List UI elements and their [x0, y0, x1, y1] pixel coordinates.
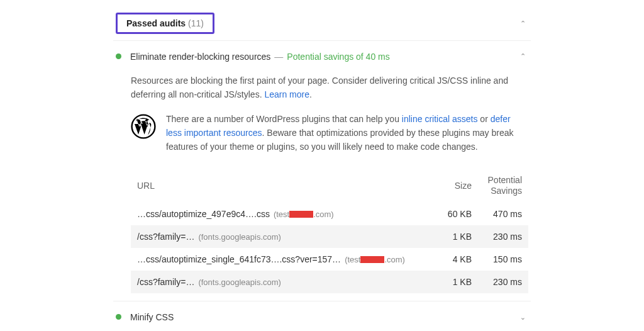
cell-savings: 230 ms: [472, 277, 522, 287]
separator: —: [274, 52, 283, 62]
url-path: …css/autoptimize_single_641fc73….css?ver…: [137, 254, 341, 264]
url-domain: (test.com): [345, 255, 405, 264]
table-header: URL Size Potential Savings: [131, 169, 528, 203]
cell-savings: 230 ms: [472, 232, 522, 242]
potential-savings-label: Potential savings of 40 ms: [287, 52, 389, 62]
col-savings-header: Potential Savings: [472, 175, 522, 196]
table-row: …css/autoptimize_single_641fc73….css?ver…: [131, 248, 528, 271]
table-body: …css/autoptimize_497e9c4….css(test.com)6…: [131, 203, 528, 293]
cell-url: …css/autoptimize_497e9c4….css(test.com): [137, 209, 428, 219]
cell-size: 4 KB: [428, 254, 472, 264]
col-size-header: Size: [428, 181, 472, 191]
audit-render-blocking: Eliminate render-blocking resources — Po…: [113, 41, 531, 301]
audit-header[interactable]: Eliminate render-blocking resources — Po…: [116, 50, 528, 63]
cell-url: /css?family=…(fonts.googleapis.com): [137, 277, 428, 287]
cell-url: …css/autoptimize_single_641fc73….css?ver…: [137, 254, 428, 264]
url-path: /css?family=…: [137, 277, 194, 287]
description-text: Resources are blocking the first paint o…: [131, 76, 508, 99]
audit-minify-css: Minify CSS ⌃: [113, 301, 531, 331]
status-dot-icon: [116, 314, 121, 320]
status-dot-icon: [116, 53, 121, 59]
chevron-up-icon[interactable]: ⌃: [518, 17, 528, 30]
passed-audits-count: (11): [188, 18, 204, 28]
resources-table: URL Size Potential Savings …css/autoptim…: [131, 169, 528, 293]
table-row: …css/autoptimize_497e9c4….css(test.com)6…: [131, 203, 528, 225]
audit-title: Minify CSS: [130, 312, 174, 322]
page-container: Passed audits (11) ⌃ Eliminate render-bl…: [0, 0, 644, 331]
url-domain: (fonts.googleapis.com): [198, 232, 281, 242]
col-url-header: URL: [137, 181, 428, 191]
passed-audits-box: Passed audits (11): [116, 13, 214, 34]
audit-description: Resources are blocking the first paint o…: [131, 74, 528, 101]
table-row: /css?family=…(fonts.googleapis.com)1 KB2…: [131, 225, 528, 248]
redacted-icon: [360, 256, 384, 263]
passed-audits-label: Passed audits: [126, 18, 186, 28]
wordpress-tip-text: There are a number of WordPress plugins …: [166, 113, 528, 154]
learn-more-link[interactable]: Learn more: [264, 89, 309, 99]
inline-critical-link[interactable]: inline critical assets: [402, 114, 478, 124]
audit-header-left: Eliminate render-blocking resources — Po…: [116, 52, 518, 62]
url-path: /css?family=…: [137, 232, 194, 242]
chevron-down-icon[interactable]: ⌃: [518, 310, 528, 323]
cell-size: 1 KB: [428, 232, 472, 242]
audit-title: Eliminate render-blocking resources: [130, 52, 270, 62]
cell-size: 60 KB: [428, 209, 472, 219]
table-row: /css?family=…(fonts.googleapis.com)1 KB2…: [131, 271, 528, 293]
wordpress-icon: [131, 114, 156, 139]
wordpress-tip: There are a number of WordPress plugins …: [131, 113, 528, 154]
chevron-up-icon[interactable]: ⌃: [518, 50, 528, 63]
cell-size: 1 KB: [428, 277, 472, 287]
url-path: …css/autoptimize_497e9c4….css: [137, 209, 270, 219]
cell-savings: 150 ms: [472, 254, 522, 264]
cell-savings: 470 ms: [472, 209, 522, 219]
cell-url: /css?family=…(fonts.googleapis.com): [137, 232, 428, 242]
audit-header[interactable]: Minify CSS ⌃: [116, 310, 528, 323]
url-domain: (fonts.googleapis.com): [198, 278, 281, 287]
url-domain: (test.com): [274, 210, 334, 219]
passed-audits-header[interactable]: Passed audits (11) ⌃: [113, 6, 531, 41]
redacted-icon: [289, 211, 313, 218]
